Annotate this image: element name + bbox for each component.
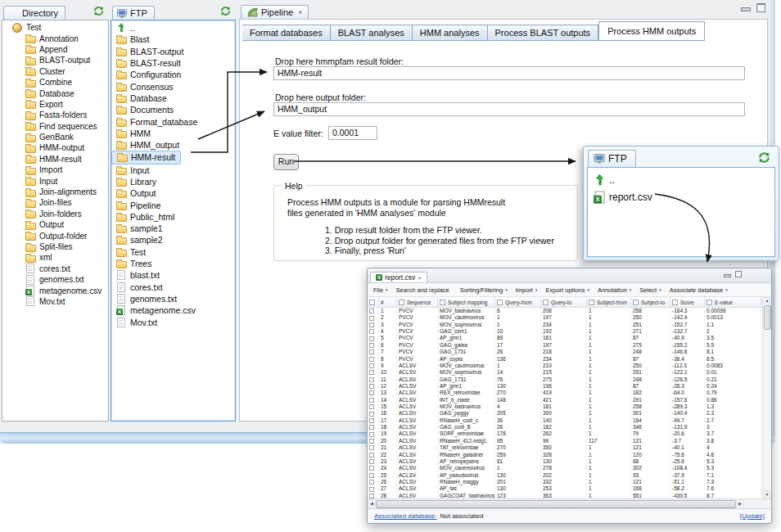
table-row[interactable]: 18 ACLSV GAG_codi_B 26 182 1 346 -131.9 … bbox=[368, 424, 771, 431]
ftp-list-item[interactable]: Public_html bbox=[111, 211, 179, 223]
ftp-list-item[interactable]: BLAST-result bbox=[111, 57, 186, 69]
column-header-score[interactable]: Score bbox=[670, 297, 705, 307]
checkbox-icon[interactable] bbox=[497, 300, 503, 305]
checkbox-icon[interactable] bbox=[369, 370, 374, 375]
directory-tree-item[interactable]: Cluster bbox=[2, 66, 70, 77]
column-header-subject-to[interactable]: Subject-to bbox=[631, 297, 670, 307]
checkbox-icon[interactable] bbox=[589, 300, 594, 305]
directory-tree-item[interactable]: Find sequences bbox=[2, 121, 102, 132]
ftp-list-item[interactable]: HMM bbox=[111, 128, 156, 139]
checkbox-icon[interactable] bbox=[369, 349, 374, 354]
checkbox-icon[interactable] bbox=[399, 300, 404, 305]
checkbox-icon[interactable] bbox=[369, 432, 374, 437]
table-row[interactable]: 27 ACLSV AP_tas 130 253 1 168 -58.2 7.6 bbox=[368, 485, 771, 492]
table-row[interactable]: 26 ACLSV RNaseH_maggy 201 332 1 121 -51.… bbox=[368, 479, 771, 485]
menu-item[interactable]: Search and replace bbox=[396, 286, 452, 294]
checkbox-icon[interactable] bbox=[440, 300, 445, 305]
row-checkbox-cell[interactable] bbox=[368, 444, 379, 451]
ftp-list-item[interactable]: Format_database bbox=[111, 115, 202, 127]
ftp-list-item[interactable]: BLAST-output bbox=[111, 46, 188, 57]
scrollbar-thumb[interactable] bbox=[764, 305, 771, 330]
associated-database-link[interactable]: Associated database: bbox=[374, 512, 437, 520]
menu-item[interactable]: Export options ▾ bbox=[545, 286, 589, 294]
directory-tree-item[interactable]: Mov.txt bbox=[2, 296, 70, 307]
ftp-view-tab[interactable]: FTP bbox=[112, 6, 155, 20]
refresh-icon[interactable] bbox=[219, 5, 232, 17]
row-checkbox-cell[interactable] bbox=[368, 397, 379, 404]
ftp-list-item[interactable]: Input bbox=[111, 165, 154, 176]
row-checkbox-cell[interactable] bbox=[368, 335, 379, 341]
ftp-list-item[interactable]: Trees bbox=[111, 258, 156, 269]
row-checkbox-cell[interactable] bbox=[368, 417, 379, 424]
directory-tree-item[interactable]: HMM-result bbox=[2, 154, 87, 165]
table-row[interactable]: 4 PVCV GAG_csm1 10 192 1 271 -132.7 2 bbox=[368, 328, 771, 335]
table-row[interactable]: 7 PVCV GAG_1731 26 218 1 248 -146.8 8.1 bbox=[368, 349, 771, 355]
column-header-evalue[interactable]: E-value bbox=[705, 297, 761, 307]
ftp-list-item[interactable]: .. bbox=[111, 22, 140, 34]
row-checkbox-cell[interactable] bbox=[368, 308, 379, 314]
vertical-scrollbar[interactable]: ▲ ▼ bbox=[762, 297, 771, 498]
directory-tree-item[interactable]: Output bbox=[2, 219, 69, 230]
row-checkbox-cell[interactable] bbox=[368, 472, 379, 479]
checkbox-icon[interactable] bbox=[369, 300, 375, 305]
checkbox-icon[interactable] bbox=[369, 390, 374, 395]
checkbox-icon[interactable] bbox=[369, 487, 374, 492]
checkbox-icon[interactable] bbox=[369, 343, 374, 348]
row-checkbox-cell[interactable] bbox=[368, 356, 379, 363]
directory-tree-item[interactable]: Combine bbox=[2, 77, 77, 88]
ftp-list-item[interactable]: sample1 bbox=[111, 223, 168, 234]
row-checkbox-cell[interactable] bbox=[368, 465, 379, 471]
row-checkbox-cell[interactable] bbox=[368, 390, 379, 396]
ftp-list-item[interactable]: Output bbox=[111, 187, 161, 199]
table-row[interactable]: 21 ACLSV TAT_retroviridae 270 350 1 121 … bbox=[368, 444, 771, 451]
column-header-subject-mapping[interactable]: Subject mapping bbox=[438, 297, 495, 307]
directory-tree-item[interactable]: Join-alignments bbox=[2, 187, 102, 197]
directory-tree-item[interactable]: genomes.txt bbox=[2, 274, 88, 285]
row-checkbox-cell[interactable] bbox=[368, 342, 379, 349]
row-checkbox-cell[interactable] bbox=[368, 328, 379, 335]
directory-tree-item[interactable]: Join-files bbox=[2, 197, 76, 208]
checkbox-icon[interactable] bbox=[369, 494, 374, 498]
table-row[interactable]: 16 ACLSV GAG_pyggy 205 300 1 301 -140.4 … bbox=[368, 410, 771, 417]
checkbox-icon[interactable] bbox=[672, 300, 678, 305]
column-header-subject-from[interactable]: Subject-from bbox=[587, 297, 631, 307]
menu-item[interactable]: Select ▾ bbox=[639, 286, 661, 294]
table-row[interactable]: 24 ACLSV MOV_cavemovirus 1 278 1 302 -10… bbox=[368, 465, 771, 471]
directory-tree-item[interactable]: Annotation bbox=[2, 33, 84, 43]
pipeline-subtab[interactable]: HMM analyses bbox=[413, 25, 488, 41]
result-folder-field[interactable]: HMM-result bbox=[273, 66, 745, 80]
directory-tree-item[interactable]: Fasta-folders bbox=[2, 110, 92, 120]
ftp-list-item[interactable]: report.csv bbox=[588, 188, 657, 205]
row-checkbox-cell[interactable] bbox=[368, 485, 379, 492]
directory-tree-item[interactable]: HMM-output bbox=[2, 142, 89, 153]
table-row[interactable]: 22 ACLSV RNaseH_galadriel 259 328 1 120 … bbox=[368, 452, 771, 458]
row-checkbox-cell[interactable] bbox=[368, 404, 379, 410]
row-checkbox-cell[interactable] bbox=[368, 493, 379, 498]
scrollbar-thumb[interactable] bbox=[376, 500, 736, 508]
ftp-list-item[interactable]: Mov.txt bbox=[111, 316, 162, 327]
scroll-right-icon[interactable]: ▶ bbox=[736, 499, 744, 507]
column-header-query-from[interactable]: Query-from bbox=[495, 297, 541, 307]
table-row[interactable]: 14 ACLSV INT_b_clade 148 421 1 291 -157.… bbox=[368, 397, 771, 404]
pipeline-subtab[interactable]: Format databases bbox=[242, 25, 331, 41]
header-select-all[interactable] bbox=[368, 297, 379, 307]
ftp-view-tab[interactable]: FTP bbox=[588, 150, 636, 167]
table-row[interactable]: 10 ACLSV MOV_soymovirus 14 215 1 251 -12… bbox=[368, 369, 771, 376]
ftp-list-item[interactable]: .. bbox=[588, 171, 620, 188]
ftp-list-item[interactable]: metagenome.csv bbox=[111, 304, 201, 316]
directory-tree-item[interactable]: GenBank bbox=[2, 132, 79, 142]
directory-tree-item[interactable]: Output-folder bbox=[2, 230, 92, 241]
ftp-list-item[interactable]: Pipeline bbox=[111, 199, 165, 210]
directory-tree-item[interactable]: xml bbox=[2, 252, 57, 263]
pipeline-subtab[interactable]: BLAST analyses bbox=[331, 25, 413, 41]
menu-item[interactable]: File ▾ bbox=[373, 286, 388, 294]
minimize-icon[interactable] bbox=[741, 7, 751, 11]
maximize-icon[interactable] bbox=[756, 3, 765, 12]
checkbox-icon[interactable] bbox=[369, 404, 374, 409]
row-checkbox-cell[interactable] bbox=[368, 376, 379, 383]
table-row[interactable]: 1 PVCV MOV_badnavirus 6 208 1 258 -164.3… bbox=[368, 308, 771, 314]
row-checkbox-cell[interactable] bbox=[368, 479, 379, 485]
column-header-number[interactable]: # bbox=[379, 297, 397, 307]
directory-tree-item[interactable]: metagenome.csv bbox=[2, 285, 106, 295]
directory-tree-item[interactable]: Join-folders bbox=[2, 209, 87, 219]
